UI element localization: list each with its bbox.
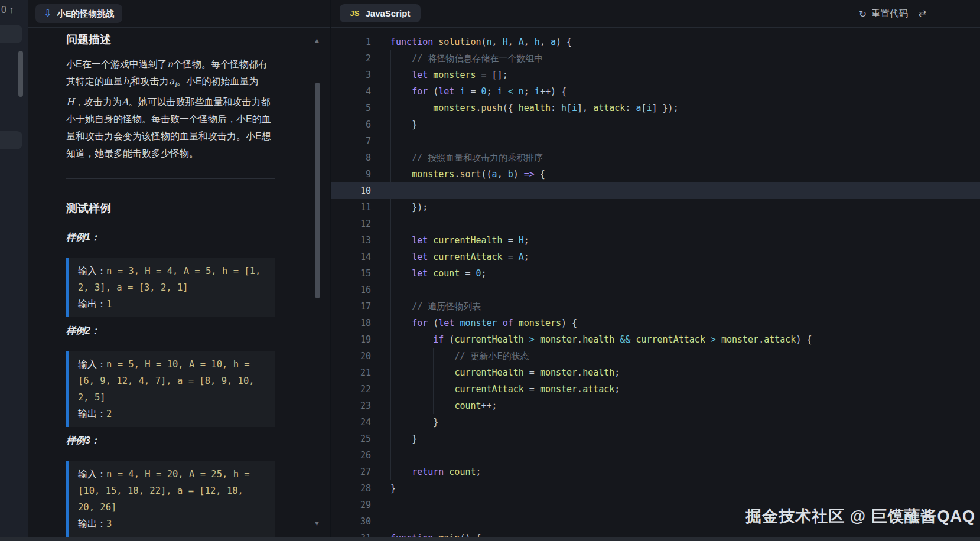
code-text: let currentHealth = H;	[390, 232, 529, 249]
line-number: 1	[331, 34, 371, 50]
code-line: 6 }	[331, 116, 980, 133]
sample-label: 样例3：	[66, 435, 275, 447]
math-variable: hi	[123, 76, 131, 87]
problem-scrollbar[interactable]	[315, 83, 320, 298]
code-line: 8 // 按照血量和攻击力的乘积排序	[331, 149, 980, 166]
code-text: }	[390, 480, 396, 497]
line-number: 14	[331, 249, 371, 265]
line-number: 7	[331, 133, 371, 149]
indent-guide	[390, 282, 391, 298]
code-line: 4 for (let i = 0; i < n; i++) {	[331, 83, 980, 100]
line-number: 10	[331, 182, 371, 199]
line-number: 26	[331, 447, 371, 464]
code-text: currentHealth = monster.health;	[390, 364, 620, 381]
code-line: 24 }	[331, 414, 980, 431]
line-number: 8	[331, 149, 371, 166]
code-line: 17 // 遍历怪物列表	[331, 298, 980, 315]
tab-label: JavaScript	[366, 8, 411, 18]
line-number: 5	[331, 100, 371, 116]
code-text: if (currentHealth > monster.health && cu…	[390, 331, 812, 348]
math-variable: H	[66, 96, 74, 107]
line-number: 12	[331, 216, 371, 232]
rail-button-top[interactable]	[0, 25, 22, 43]
code-text: // 按照血量和攻击力的乘积排序	[390, 149, 543, 166]
code-line: 9 monsters.sort((a, b) => {	[331, 166, 980, 182]
code-text: let currentAttack = A;	[390, 249, 529, 265]
left-rail: 0 ↑	[0, 0, 28, 541]
line-number: 4	[331, 83, 371, 100]
code-line: 23 count++;	[331, 397, 980, 414]
code-line: 14 let currentAttack = A;	[331, 249, 980, 265]
code-line: 25 }	[331, 431, 980, 447]
line-number: 15	[331, 265, 371, 282]
line-number: 17	[331, 298, 371, 315]
code-line: 1function solution(n, H, A, h, a) {	[331, 34, 980, 50]
bottom-scrollbar-track[interactable]	[0, 537, 980, 541]
code-line: 20 // 更新小E的状态	[331, 348, 980, 364]
vote-counter: 0 ↑	[1, 5, 14, 15]
code-text: });	[390, 199, 428, 216]
line-number: 16	[331, 282, 371, 298]
swap-layout-icon[interactable]: ⇄	[919, 8, 926, 19]
code-text: // 遍历怪物列表	[390, 298, 481, 315]
collapse-down-icon[interactable]: ▼	[314, 520, 320, 527]
line-number: 20	[331, 348, 371, 364]
code-line: 5 monsters.push({ health: h[i], attack: …	[331, 100, 980, 116]
code-line: 27 return count;	[331, 464, 980, 480]
indent-guide	[390, 133, 391, 149]
code-text: let count = 0;	[390, 265, 487, 282]
rail-scrollbar[interactable]	[18, 51, 23, 97]
code-line: 19 if (currentHealth > monster.health &&…	[331, 331, 980, 348]
section-description-title: 问题描述	[66, 32, 111, 47]
code-line: 21 currentHealth = monster.health;	[331, 364, 980, 381]
line-number: 19	[331, 331, 371, 348]
line-number: 25	[331, 431, 371, 447]
line-number: 9	[331, 166, 371, 182]
code-line: 3 let monsters = [];	[331, 67, 980, 83]
code-line: 13 let currentHealth = H;	[331, 232, 980, 249]
rail-button-bottom[interactable]	[0, 131, 22, 149]
code-text: return count;	[390, 464, 481, 480]
code-line: 16	[331, 282, 980, 298]
line-number: 24	[331, 414, 371, 431]
line-number: 13	[331, 232, 371, 249]
sample-box: 输入：n = 5, H = 10, A = 10, h = [6, 9, 12,…	[66, 351, 275, 427]
reset-code-button[interactable]: ↻ 重置代码	[859, 8, 908, 20]
sample-label: 样例1：	[66, 232, 275, 244]
code-text: monsters.sort((a, b) => {	[390, 166, 545, 182]
section-samples-title: 测试样例	[66, 201, 111, 216]
topbar-divider	[28, 27, 980, 28]
code-text: }	[390, 431, 417, 447]
line-number: 2	[331, 50, 371, 67]
tab-javascript[interactable]: JS JavaScript	[340, 4, 421, 22]
indent-guide	[390, 216, 391, 232]
watermark: 掘金技术社区 @ 巨馍蘸酱QAQ	[745, 506, 975, 527]
code-text: for (let i = 0; i < n; i++) {	[390, 83, 566, 100]
code-text: // 将怪物信息存储在一个数组中	[390, 50, 543, 67]
code-editor[interactable]: 1function solution(n, H, A, h, a) {2 // …	[331, 34, 980, 541]
code-text: function solution(n, H, A, h, a) {	[390, 34, 572, 50]
code-line: 15 let count = 0;	[331, 265, 980, 282]
section-divider	[66, 178, 275, 179]
line-number: 3	[331, 67, 371, 83]
code-line: 12	[331, 216, 980, 232]
js-badge-icon: JS	[350, 9, 360, 18]
line-number: 30	[331, 513, 371, 530]
math-variable: A	[122, 96, 129, 107]
problem-title-pill[interactable]: ⇩ 小E的怪物挑战	[35, 4, 122, 23]
code-line: 28}	[331, 480, 980, 497]
reset-code-label: 重置代码	[871, 8, 908, 20]
line-number: 11	[331, 199, 371, 216]
code-text: }	[390, 414, 438, 431]
line-number: 22	[331, 381, 371, 397]
code-text: }	[390, 116, 417, 133]
sample-box: 输入：n = 3, H = 4, A = 5, h = [1, 2, 3], a…	[66, 258, 275, 317]
code-line: 7	[331, 133, 980, 149]
line-number: 29	[331, 497, 371, 513]
line-number: 18	[331, 315, 371, 331]
refresh-icon: ↻	[859, 9, 867, 19]
code-text: monsters.push({ health: h[i], attack: a[…	[390, 100, 679, 116]
code-text: for (let monster of monsters) {	[390, 315, 577, 331]
collapse-up-icon[interactable]: ▲	[314, 37, 320, 44]
code-text: currentAttack = monster.attack;	[390, 381, 620, 397]
